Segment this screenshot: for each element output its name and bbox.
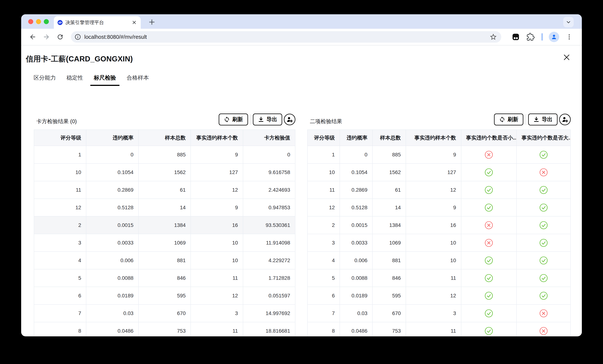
table-cell: 0.051597 [243,287,295,305]
table-cell: 670 [139,305,191,322]
table-cell [516,269,570,287]
tab-scale-test[interactable]: 标尺检验 [90,70,120,86]
table-row: 60.0189595120.051597 [34,287,295,305]
table-cell: 0.0486 [86,322,138,336]
table-cell: 595 [372,287,406,305]
column-header: 事实违约个数是否小... [461,130,517,146]
person-gear-icon [286,116,293,123]
tab-label: 合格样本 [127,74,149,82]
tab-discrimination-ability[interactable]: 区分能力 [30,70,59,86]
table-cell: 0 [243,146,295,163]
tab-stability[interactable]: 稳定性 [63,70,87,86]
table-row: 100.10541562127 [307,163,570,181]
x-circle-icon [485,150,493,159]
data-table: 评分等级违约概率样本总数事实违约样本个数卡方检验值1088590100.1054… [34,129,295,336]
refresh-button[interactable]: 刷新 [219,114,248,125]
browser-tab-strip: 决策引擎管理平台 [21,14,582,29]
check-circle-icon [485,327,493,335]
site-favicon [58,20,63,25]
table-row: 108859 [307,146,570,163]
table-row: 110.286961122.424693 [34,181,295,199]
table-cell: 1069 [372,234,406,251]
table-cell: 11 [191,322,243,336]
browser-tab[interactable]: 决策引擎管理平台 [54,16,141,29]
address-bar[interactable]: localhost:8080/#/mv/result [71,31,501,43]
browser-menu-button[interactable] [564,32,574,42]
table-cell: 11 [191,269,243,287]
table-cell: 1384 [139,216,191,234]
table-row: 60.018959512 [307,287,570,305]
table-cell [516,181,570,199]
new-tab-button[interactable] [147,17,157,27]
close-window-button[interactable] [28,19,33,24]
back-arrow-icon [29,33,36,41]
check-circle-icon [539,203,548,212]
site-info-icon[interactable] [74,34,81,40]
forward-button[interactable] [40,31,52,43]
table-cell: 9 [191,146,243,163]
table-cell: 0.0088 [340,269,372,287]
tab-close-icon[interactable] [131,20,137,25]
minimize-window-button[interactable] [36,19,41,24]
table-cell: 4.229272 [243,251,295,269]
table-cell: 93.530361 [243,216,295,234]
table-cell: 846 [372,269,406,287]
table-cell: 18.816681 [243,322,295,336]
table-cell: 14 [372,199,406,216]
refresh-label: 刷新 [508,116,518,123]
refresh-button[interactable]: 刷新 [494,114,523,125]
table-cell: 1 [307,146,340,163]
profile-avatar[interactable] [549,32,559,42]
refresh-sync-icon [499,116,505,123]
table-cell [461,146,517,163]
table-cell: 9 [406,199,461,216]
export-label: 导出 [542,116,553,123]
export-button[interactable]: 导出 [528,114,557,125]
table-cell: 0.0015 [86,216,138,234]
bookmark-star-icon[interactable] [489,33,497,41]
table-row: 110.28696112 [307,181,570,199]
table-cell: 0.0189 [86,287,138,305]
x-circle-icon [539,327,548,335]
table-row: 50.0088846111.712828 [34,269,295,287]
table-cell: 16 [191,216,243,234]
column-header: 卡方检验值 [243,130,295,146]
table-cell: 753 [372,322,406,336]
extensions-button[interactable] [526,32,535,42]
url-text[interactable]: localhost:8080/#/mv/result [84,34,489,40]
reload-button[interactable] [54,31,66,43]
column-header: 违约概率 [340,130,372,146]
result-tabs: 区分能力 稳定性 标尺检验 合格样本 [30,70,156,86]
table-cell: 0.0015 [340,216,372,234]
zoom-window-button[interactable] [44,19,49,24]
table-cell [516,199,570,216]
puzzle-icon [526,33,535,41]
table-cell: 10 [406,251,461,269]
table-cell: 885 [372,146,406,163]
extension-shortcut-button[interactable] [511,32,521,42]
tab-qualified-sample[interactable]: 合格样本 [123,70,152,86]
table-cell [516,322,570,336]
table-cell: 7 [34,305,86,322]
dialog-close-button[interactable] [563,53,571,61]
table-row: 1088590 [34,146,295,163]
table-cell: 0.2869 [340,181,372,199]
export-button[interactable]: 导出 [253,114,282,125]
tab-search-button[interactable] [563,17,574,27]
table-cell: 846 [139,269,191,287]
binomial-table: 评分等级违约概率样本总数事实违约样本个数事实违约个数是否小...事实违约个数是否… [307,129,571,336]
column-settings-button[interactable] [559,114,571,125]
export-label: 导出 [267,116,277,123]
table-cell: 2 [34,216,86,234]
panel-header: 卡方检验结果 (0) 刷新 导出 [34,113,295,125]
table-cell: 12 [191,181,243,199]
table-cell: 0.0033 [86,234,138,251]
check-circle-icon [539,256,548,265]
back-button[interactable] [27,31,39,43]
table-cell: 1384 [372,216,406,234]
table-row: 40.00688110 [307,251,570,269]
table-row: 80.04867531118.816681 [34,322,295,336]
column-settings-button[interactable] [284,114,295,125]
check-circle-icon [485,256,493,265]
table-cell [461,199,517,216]
